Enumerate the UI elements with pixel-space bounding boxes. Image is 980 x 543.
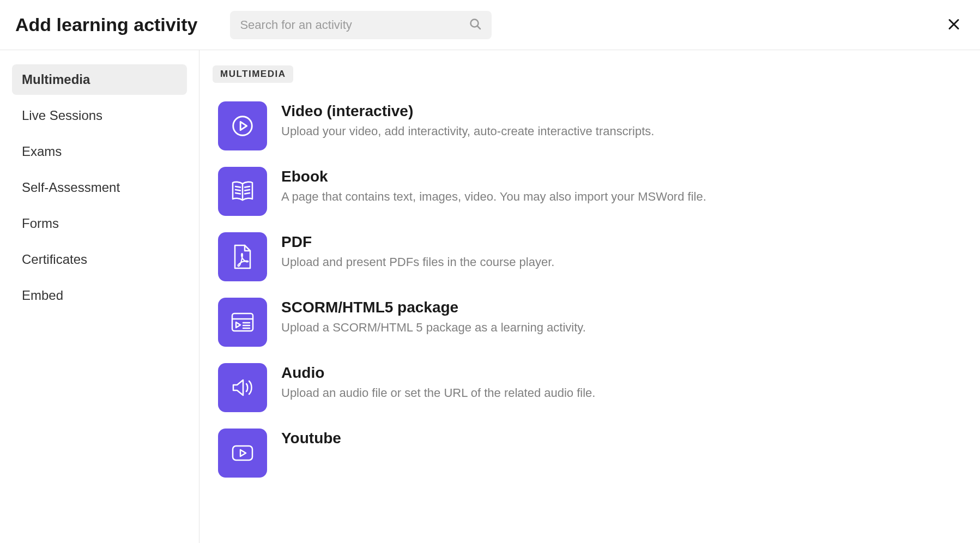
sidebar-item-label: Embed [22, 288, 63, 303]
sidebar-item-label: Forms [22, 216, 59, 231]
sidebar-item-label: Exams [22, 144, 62, 159]
pdf-file-icon [218, 232, 267, 281]
activity-title: Ebook [281, 168, 706, 185]
svg-marker-5 [240, 122, 247, 130]
close-icon [947, 24, 960, 32]
activity-title: PDF [281, 233, 554, 251]
sidebar-item-forms[interactable]: Forms [12, 208, 187, 239]
activity-text: Video (interactive) Upload your video, a… [281, 101, 654, 140]
activity-audio[interactable]: Audio Upload an audio file or set the UR… [213, 357, 967, 419]
activity-desc: A page that contains text, images, video… [281, 189, 706, 206]
activity-ebook[interactable]: Ebook A page that contains text, images,… [213, 160, 967, 222]
sidebar-item-embed[interactable]: Embed [12, 280, 187, 311]
svg-line-9 [235, 193, 240, 194]
svg-line-8 [235, 190, 240, 191]
activity-title: Video (interactive) [281, 102, 654, 120]
sidebar-item-exams[interactable]: Exams [12, 136, 187, 167]
activity-desc: Upload your video, add interactivity, au… [281, 123, 654, 140]
svg-marker-15 [236, 322, 240, 328]
sidebar-item-label: Multimedia [22, 72, 90, 87]
activity-youtube[interactable]: Youtube [213, 422, 967, 484]
main-content: MULTIMEDIA Video (interactive) Upload yo… [199, 50, 980, 543]
activity-text: Youtube [281, 429, 341, 450]
activity-text: PDF Upload and present PDFs files in the… [281, 232, 554, 271]
sidebar-item-self-assessment[interactable]: Self-Assessment [12, 172, 187, 203]
sidebar: Multimedia Live Sessions Exams Self-Asse… [0, 50, 199, 543]
activity-scorm-html5[interactable]: SCORM/HTML5 package Upload a SCORM/HTML … [213, 291, 967, 353]
dialog-header: Add learning activity [0, 0, 980, 50]
dialog-body: Multimedia Live Sessions Exams Self-Asse… [0, 50, 980, 543]
activity-text: Audio Upload an audio file or set the UR… [281, 363, 595, 402]
svg-line-10 [245, 186, 250, 188]
activity-title: SCORM/HTML5 package [281, 299, 586, 316]
svg-marker-20 [240, 450, 246, 456]
sidebar-item-multimedia[interactable]: Multimedia [12, 64, 187, 95]
close-button[interactable] [943, 13, 965, 37]
activity-video-interactive[interactable]: Video (interactive) Upload your video, a… [213, 95, 967, 157]
section-label: MULTIMEDIA [213, 65, 293, 83]
sidebar-item-label: Self-Assessment [22, 180, 120, 195]
activity-text: Ebook A page that contains text, images,… [281, 167, 706, 206]
sidebar-item-live-sessions[interactable]: Live Sessions [12, 100, 187, 131]
book-icon [218, 167, 267, 216]
sidebar-item-label: Certificates [22, 252, 87, 267]
dialog-title: Add learning activity [15, 14, 197, 35]
svg-point-4 [233, 117, 252, 136]
sidebar-item-label: Live Sessions [22, 108, 102, 123]
package-icon [218, 298, 267, 347]
activity-title: Audio [281, 364, 595, 382]
svg-rect-19 [233, 446, 252, 460]
sidebar-item-certificates[interactable]: Certificates [12, 244, 187, 275]
search-input[interactable] [230, 11, 492, 39]
svg-line-11 [245, 190, 250, 191]
svg-line-12 [245, 193, 250, 194]
activity-desc: Upload a SCORM/HTML 5 package as a learn… [281, 319, 586, 336]
activity-desc: Upload an audio file or set the URL of t… [281, 385, 595, 402]
play-circle-icon [218, 101, 267, 150]
activity-desc: Upload and present PDFs files in the cou… [281, 254, 554, 271]
activity-title: Youtube [281, 430, 341, 447]
youtube-icon [218, 429, 267, 478]
activity-pdf[interactable]: PDF Upload and present PDFs files in the… [213, 226, 967, 288]
audio-icon [218, 363, 267, 412]
svg-line-7 [235, 186, 240, 188]
activity-text: SCORM/HTML5 package Upload a SCORM/HTML … [281, 298, 586, 336]
search-wrap [230, 11, 492, 39]
